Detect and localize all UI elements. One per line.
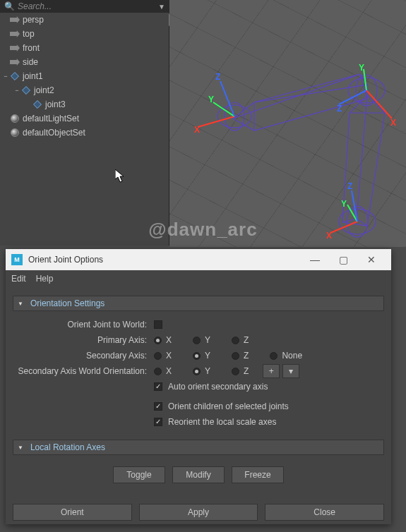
axis-z-label: Z (215, 72, 220, 82)
svg-text:Z: Z (347, 181, 352, 191)
mouse-cursor-icon (115, 169, 126, 183)
secondary-world-dropdown[interactable]: ▾ (282, 364, 299, 378)
section-title: Local Rotation Axes (30, 442, 105, 452)
to-world-label: Orient Joint to World: (13, 320, 154, 330)
primary-x-radio[interactable]: X (154, 335, 172, 345)
secondary-world-sign-button[interactable]: + (263, 364, 280, 378)
local-rot-section-header[interactable]: ▼ Local Rotation Axes (13, 440, 384, 455)
svg-line-6 (198, 116, 234, 127)
close-button[interactable]: ✕ (357, 254, 386, 265)
primary-y-radio[interactable]: Y (193, 335, 210, 345)
axis-y-label: Y (208, 95, 214, 104)
dialog-menubar: Edit Help (6, 270, 391, 287)
orientation-section-header[interactable]: ▼ Orientation Settings (13, 296, 384, 311)
secondary-x-radio[interactable]: X (154, 351, 172, 361)
dialog-titlebar[interactable]: M Orient Joint Options — ▢ ✕ (6, 249, 391, 270)
svg-text:Y: Y (359, 63, 364, 73)
menu-edit[interactable]: Edit (11, 274, 26, 284)
apply-button[interactable]: Apply (139, 504, 258, 521)
viewport-panel[interactable]: X Y Z X Y Z X Y Z (169, 0, 406, 247)
svg-text:X: X (326, 231, 332, 241)
secondary-none-radio[interactable]: None (270, 351, 302, 361)
sw-z-radio[interactable]: Z (232, 366, 249, 376)
sw-y-radio[interactable]: Y (193, 366, 210, 376)
secondary-z-radio[interactable]: Z (232, 351, 249, 361)
close-dialog-button[interactable]: Close (265, 504, 384, 521)
minimize-button[interactable]: — (301, 254, 329, 265)
section-title: Orientation Settings (30, 298, 105, 308)
orient-button[interactable]: Orient (13, 504, 132, 521)
skeleton-display: X Y Z X Y Z X Y Z (0, 7, 406, 247)
chevron-down-icon: ▼ (18, 445, 23, 451)
to-world-checkbox[interactable] (154, 320, 162, 329)
maya-icon: M (11, 254, 23, 265)
maximize-button[interactable]: ▢ (329, 254, 357, 265)
svg-text:Z: Z (337, 104, 342, 114)
secondary-world-label: Secondary Axis World Orientation: (13, 366, 154, 376)
secondary-axis-label: Secondary Axis: (13, 351, 154, 361)
auto-orient-checkbox[interactable]: Auto orient secondary axis (154, 382, 268, 392)
primary-axis-label: Primary Axis: (13, 335, 154, 345)
axis-x-label: X (194, 125, 200, 135)
svg-text:X: X (390, 118, 396, 128)
secondary-y-radio[interactable]: Y (193, 351, 210, 361)
sw-x-radio[interactable]: X (154, 366, 172, 376)
watermark-text: @dawn_arc (148, 219, 257, 241)
dialog-bottom-bar: Orient Apply Close (6, 500, 391, 524)
reorient-scale-checkbox[interactable]: Reorient the local scale axes (154, 417, 276, 427)
freeze-button[interactable]: Freeze (232, 466, 284, 483)
svg-line-12 (330, 222, 357, 233)
modify-button[interactable]: Modify (172, 466, 225, 483)
toggle-button[interactable]: Toggle (113, 466, 165, 483)
orient-children-checkbox[interactable]: Orient children of selected joints (154, 401, 289, 411)
orient-joint-dialog: M Orient Joint Options — ▢ ✕ Edit Help ▼… (6, 249, 391, 524)
primary-z-radio[interactable]: Z (232, 335, 249, 345)
chevron-down-icon: ▼ (18, 301, 23, 307)
menu-help[interactable]: Help (36, 274, 54, 284)
svg-text:Y: Y (341, 199, 347, 209)
dialog-title: Orient Joint Options (28, 255, 301, 265)
